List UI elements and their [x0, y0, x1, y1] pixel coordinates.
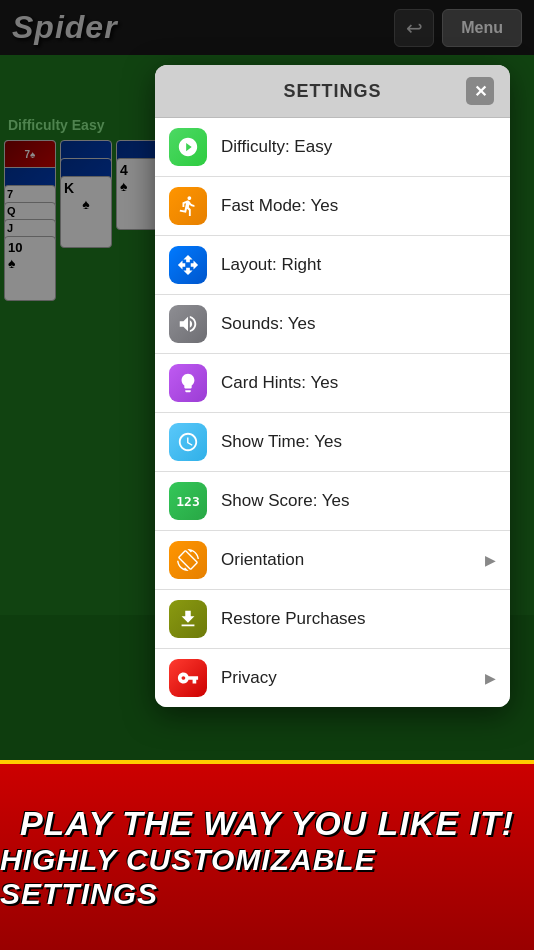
settings-item-show-time[interactable]: Show Time: Yes: [155, 413, 510, 472]
show-time-icon: [169, 423, 207, 461]
show-time-label-text: Show Time: Yes: [221, 432, 496, 452]
privacy-label-text: Privacy: [221, 668, 477, 688]
card-hints-label-text: Card Hints: Yes: [221, 373, 496, 393]
show-score-icon: 123: [169, 482, 207, 520]
orientation-label-text: Orientation: [221, 550, 477, 570]
settings-item-difficulty[interactable]: Difficulty: Easy: [155, 118, 510, 177]
fast-mode-icon: [169, 187, 207, 225]
settings-item-layout[interactable]: Layout: Right: [155, 236, 510, 295]
settings-header: SETTINGS ✕: [155, 65, 510, 118]
sounds-icon: [169, 305, 207, 343]
difficulty-label-text: Difficulty: Easy: [221, 137, 496, 157]
sounds-label-text: Sounds: Yes: [221, 314, 496, 334]
settings-list: Difficulty: Easy Fast Mode: Yes Layout: …: [155, 118, 510, 707]
banner-line2: HIGHLY CUSTOMIZABLE SETTINGS: [0, 843, 534, 911]
card-hints-icon: [169, 364, 207, 402]
show-score-label-text: Show Score: Yes: [221, 491, 496, 511]
settings-item-show-score[interactable]: 123 Show Score: Yes: [155, 472, 510, 531]
difficulty-icon: [169, 128, 207, 166]
settings-item-sounds[interactable]: Sounds: Yes: [155, 295, 510, 354]
settings-close-button[interactable]: ✕: [466, 77, 494, 105]
settings-title: SETTINGS: [199, 81, 466, 102]
settings-modal: SETTINGS ✕ Difficulty: Easy Fast Mode: Y…: [155, 65, 510, 707]
banner-line1: PLAY THE WAY YOU LIKE IT!: [20, 804, 514, 843]
layout-icon: [169, 246, 207, 284]
close-icon: ✕: [474, 82, 487, 101]
settings-item-restore-purchases[interactable]: Restore Purchases: [155, 590, 510, 649]
restore-purchases-label-text: Restore Purchases: [221, 609, 496, 629]
layout-label-text: Layout: Right: [221, 255, 496, 275]
orientation-arrow-icon: ▶: [485, 552, 496, 568]
settings-item-fast-mode[interactable]: Fast Mode: Yes: [155, 177, 510, 236]
orientation-icon: [169, 541, 207, 579]
restore-purchases-icon: [169, 600, 207, 638]
privacy-icon: [169, 659, 207, 697]
settings-item-card-hints[interactable]: Card Hints: Yes: [155, 354, 510, 413]
settings-item-privacy[interactable]: Privacy ▶: [155, 649, 510, 707]
settings-item-orientation[interactable]: Orientation ▶: [155, 531, 510, 590]
bottom-banner: PLAY THE WAY YOU LIKE IT! HIGHLY CUSTOMI…: [0, 760, 534, 950]
privacy-arrow-icon: ▶: [485, 670, 496, 686]
fast-mode-label-text: Fast Mode: Yes: [221, 196, 496, 216]
